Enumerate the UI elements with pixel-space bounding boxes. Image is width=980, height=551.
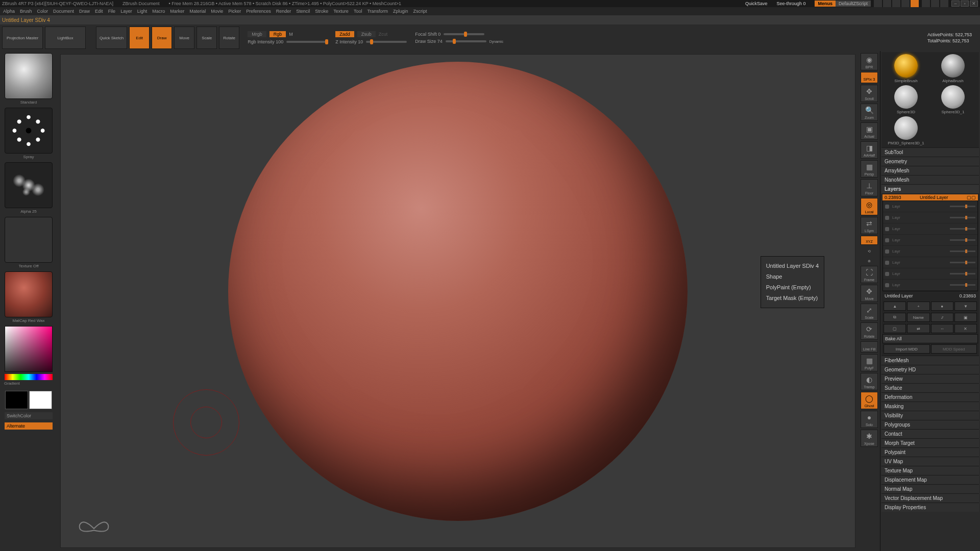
mdd-speed-slider[interactable]: MDD Speed	[931, 344, 977, 354]
section-preview[interactable]: Preview	[881, 374, 979, 383]
floor-button[interactable]: ⊥Floor	[861, 179, 878, 196]
settings-icon[interactable]	[931, 0, 939, 7]
section-visibility[interactable]: Visibility	[881, 411, 979, 420]
gradient-label[interactable]: Gradient	[4, 381, 20, 386]
xpose-button[interactable]: ✱Xpose	[861, 430, 878, 447]
section-dispprop[interactable]: Display Properties	[881, 503, 979, 512]
menu-stroke[interactable]: Stroke	[315, 9, 328, 14]
section-fibermesh[interactable]: FiberMesh	[881, 356, 979, 365]
menu-file[interactable]: File	[108, 9, 116, 14]
menu-edit[interactable]: Edit	[95, 9, 103, 14]
menu-macro[interactable]: Macro	[152, 9, 165, 14]
alpha-thumbnail[interactable]	[5, 162, 53, 208]
layer-split-button[interactable]: ⫽	[931, 313, 953, 322]
layer-del-button[interactable]: ▢	[884, 324, 906, 333]
material-thumbnail[interactable]	[5, 271, 53, 317]
layer-clear-button[interactable]: ✕	[954, 324, 977, 333]
menu-marker[interactable]: Marker	[170, 9, 184, 14]
xyz-button[interactable]: XYZ	[861, 236, 878, 245]
viewport-canvas[interactable]: Untitled Layer SDiv 4 Shape PolyPaint (E…	[60, 54, 855, 548]
titlebar-icon-2[interactable]	[883, 0, 891, 7]
section-vdispmap[interactable]: Vector Displacement Map	[881, 493, 979, 503]
section-polypaint[interactable]: Polypaint	[881, 447, 979, 457]
menu-movie[interactable]: Movie	[211, 9, 223, 14]
brush-thumbnail[interactable]	[5, 53, 53, 99]
section-deformation[interactable]: Deformation	[881, 392, 979, 402]
menu-material[interactable]: Material	[189, 9, 206, 14]
menu-color[interactable]: Color	[37, 9, 48, 14]
layer-list[interactable]: Layr Layr Layr Layr Layr Layr Layr Layr	[883, 201, 978, 291]
zsub-button[interactable]: Zsub	[357, 31, 376, 37]
section-masking[interactable]: Masking	[881, 402, 979, 411]
m-button[interactable]: M	[289, 32, 293, 37]
layer-flip-button[interactable]: ↔	[931, 324, 953, 333]
polyf-button[interactable]: ▦PolyF	[861, 354, 878, 371]
tool-pm3d-sphere[interactable]: PM3D_Sphere3D_1	[884, 116, 928, 145]
zcut-button[interactable]: Zcut	[379, 32, 388, 37]
menu-tool[interactable]: Tool	[354, 9, 362, 14]
layer-new-button[interactable]: +	[907, 302, 929, 311]
section-layers[interactable]: Layers	[881, 184, 979, 193]
menu-light[interactable]: Light	[137, 9, 148, 14]
default-zscript-button[interactable]: DefaultZScript	[836, 1, 871, 7]
zadd-button[interactable]: Zadd	[335, 31, 354, 37]
section-geometry[interactable]: Geometry	[881, 157, 979, 166]
transp-button[interactable]: ◐Transp	[861, 373, 878, 390]
tool-sphere3d[interactable]: Sphere3D	[884, 85, 928, 114]
menu-preferences[interactable]: Preferences	[246, 9, 271, 14]
section-morphtarget[interactable]: Morph Target	[881, 438, 979, 447]
menu-render[interactable]: Render	[276, 9, 291, 14]
maximize-button[interactable]: ▫	[961, 1, 969, 7]
spix-button[interactable]: SPix 3	[861, 72, 878, 83]
section-geometryhd[interactable]: Geometry HD	[881, 365, 979, 374]
dynamic-label[interactable]: Dynamic	[489, 40, 503, 43]
secondary-color-swatch[interactable]	[5, 391, 28, 409]
layer-dup-button[interactable]: ⧉	[884, 313, 906, 322]
z-intensity-slider[interactable]	[366, 41, 407, 43]
color-picker[interactable]	[5, 326, 53, 372]
section-subtool[interactable]: SubTool	[881, 147, 979, 157]
lsym-button[interactable]: ⇄LSym	[861, 217, 878, 234]
edit-mode-button[interactable]: Edit	[129, 27, 150, 49]
layer-up-button[interactable]: ▲	[884, 302, 906, 311]
texture-thumbnail[interactable]	[5, 217, 53, 263]
layer-invert-button[interactable]: ⇄	[907, 324, 929, 333]
titlebar-icon-5[interactable]	[911, 0, 919, 7]
section-contact[interactable]: Contact	[881, 429, 979, 438]
menu-zplugin[interactable]: Zplugin	[393, 9, 408, 14]
seethrough-slider[interactable]: See-through 0	[776, 1, 805, 6]
rotate-axis-icon[interactable]: ⟲	[861, 246, 878, 255]
section-arraymesh[interactable]: ArrayMesh	[881, 166, 979, 175]
menu-stencil[interactable]: Stencil	[296, 9, 310, 14]
lightbox-button[interactable]: LightBox	[45, 27, 86, 49]
rgb-button[interactable]: Rgb	[270, 31, 286, 37]
ghost-button[interactable]: ◯Ghost	[861, 392, 878, 409]
linefill-button[interactable]: Line Fill	[861, 341, 878, 353]
zoom-icon[interactable]: ⊕	[861, 256, 878, 264]
hue-strip[interactable]	[5, 374, 53, 380]
nav-move-button[interactable]: ✥Move	[861, 285, 878, 302]
menu-brush[interactable]: Brush	[20, 9, 32, 14]
help-icon[interactable]	[940, 0, 948, 7]
menu-transform[interactable]: Transform	[367, 9, 388, 14]
titlebar-icon-3[interactable]	[892, 0, 900, 7]
layer-rec-button[interactable]: ●	[931, 302, 953, 311]
section-uvmap[interactable]: UV Map	[881, 457, 979, 466]
current-layer-slider[interactable]: Untitled Layer0.23893	[883, 291, 978, 300]
tool-simplebrush[interactable]: SimpleBrush	[884, 54, 928, 83]
menu-texture[interactable]: Texture	[333, 9, 349, 14]
aahalf-button[interactable]: ◨AAHalf	[861, 141, 878, 159]
tool-sphere3d-1[interactable]: Sphere3D_1	[930, 85, 975, 114]
projection-master-button[interactable]: Projection Master	[2, 27, 43, 49]
zoom-button[interactable]: 🔍Zoom	[861, 104, 878, 121]
menu-draw[interactable]: Draw	[79, 9, 90, 14]
nav-scale-button[interactable]: ⤢Scale	[861, 304, 878, 321]
move-mode-button[interactable]: Move	[174, 27, 194, 49]
section-polygroups[interactable]: Polygroups	[881, 420, 979, 429]
stroke-thumbnail[interactable]	[5, 108, 53, 154]
layer-merge-button[interactable]: ▣	[954, 313, 977, 322]
menus-toggle[interactable]: Menus	[815, 1, 836, 7]
alternate-button[interactable]: Alternate	[5, 422, 53, 430]
rgb-intensity-slider[interactable]	[286, 41, 327, 43]
menu-zscript[interactable]: Zscript	[413, 9, 427, 14]
